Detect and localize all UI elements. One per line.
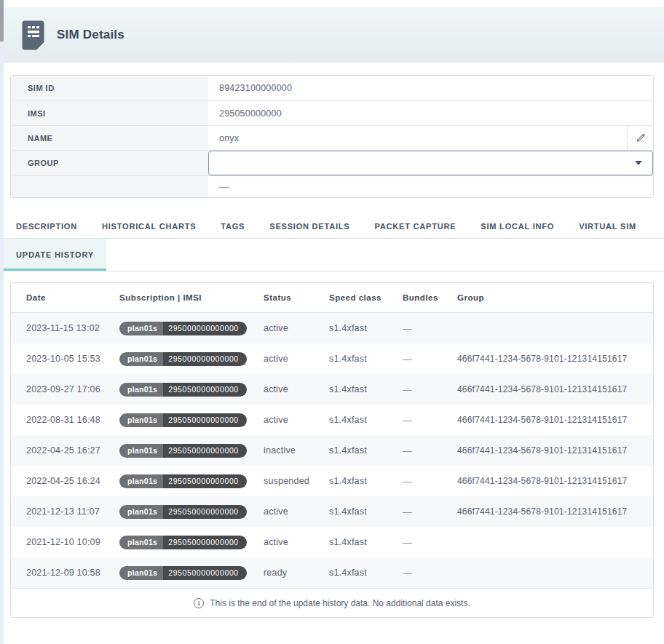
cell-bundles: — [403, 506, 457, 517]
imsi-number: 295050000000000 [163, 505, 247, 519]
left-scrollbar-thumb[interactable] [0, 0, 4, 41]
cell-speed-class: s1.4xfast [329, 415, 403, 425]
imsi-value: 295050000000 [208, 101, 653, 125]
table-body: 2023-11-15 13:02 plan01s 295000000000000… [11, 313, 653, 588]
tab-tags[interactable]: TAGS [208, 215, 257, 238]
cell-group: 466f7441-1234-5678-9101-121314151617 [457, 415, 653, 425]
tab-packet-capture[interactable]: PACKET CAPTURE [362, 215, 468, 238]
table-header-row: Date Subscription | IMSI Status Speed cl… [11, 283, 653, 313]
tab-historical-charts[interactable]: HISTORICAL CHARTS [90, 215, 208, 238]
cell-date: 2023-10-05 15:53 [26, 354, 119, 364]
group-select[interactable] [208, 151, 653, 175]
imsi-number: 295050000000000 [163, 474, 247, 488]
plan-name: plan01s [119, 413, 163, 427]
group-current-label-spacer [11, 176, 208, 197]
column-header-date: Date [26, 293, 119, 302]
cell-bundles: — [403, 537, 457, 548]
table-row: 2022-04-25 16:24 plan01s 295050000000000… [11, 466, 653, 496]
plan-name: plan01s [119, 536, 163, 549]
column-header-subscription-imsi: Subscription | IMSI [119, 293, 264, 302]
cell-date: 2021-12-13 11:07 [26, 506, 119, 517]
cell-status: active [264, 384, 329, 394]
cell-status: suspended [264, 476, 329, 486]
cell-subscription-imsi: plan01s 295050000000000 [119, 383, 264, 397]
cell-status: active [264, 415, 329, 425]
edit-name-button[interactable] [627, 126, 653, 150]
tab-sim-local-info[interactable]: SIM LOCAL INFO [468, 215, 566, 238]
table-row: 2021-12-13 11:07 plan01s 295050000000000… [11, 496, 653, 527]
sim-card-icon [22, 20, 44, 50]
cell-bundles: — [403, 568, 457, 579]
imsi-number: 295050000000000 [163, 444, 247, 458]
table-row: 2021-12-09 10:58 plan01s 295050000000000… [11, 557, 653, 588]
cell-speed-class: s1.4xfast [329, 537, 403, 547]
page-title: SIM Details [57, 28, 125, 42]
cell-bundles: — [403, 354, 457, 365]
detail-row-group-current: — [11, 175, 653, 197]
table-row: 2023-09-27 17:06 plan01s 295050000000000… [11, 374, 653, 405]
page-header: SIM Details [0, 7, 664, 63]
sim-id-label: SIM ID [11, 76, 208, 100]
column-header-group: Group [457, 293, 653, 302]
cell-speed-class: s1.4xfast [329, 323, 403, 333]
detail-row-name: NAME onyx [11, 125, 653, 150]
plan-name: plan01s [119, 474, 163, 488]
detail-row-group: GROUP [11, 150, 653, 175]
subscription-badge: plan01s 295050000000000 [119, 413, 247, 427]
tab-row-1: DESCRIPTIONHISTORICAL CHARTSTAGSSESSION … [4, 215, 664, 239]
end-of-data-message: This is the end of the update history da… [210, 598, 470, 608]
tab-update-history[interactable]: UPDATE HISTORY [4, 239, 106, 271]
cell-subscription-imsi: plan01s 295050000000000 [119, 566, 264, 580]
cell-subscription-imsi: plan01s 295000000000000 [119, 322, 264, 335]
table-row: 2021-12-10 10:09 plan01s 295050000000000… [11, 527, 653, 557]
imsi-number: 295000000000000 [163, 322, 247, 335]
column-header-bundles: Bundles [403, 293, 457, 302]
subscription-badge: plan01s 295050000000000 [119, 444, 247, 458]
cell-bundles: — [403, 323, 457, 334]
cell-subscription-imsi: plan01s 295050000000000 [119, 413, 264, 427]
cell-bundles: — [403, 384, 457, 395]
cell-speed-class: s1.4xfast [329, 354, 403, 364]
group-current-value: — [219, 181, 229, 192]
table-footer: i This is the end of the update history … [11, 588, 653, 617]
subscription-badge: plan01s 295050000000000 [119, 505, 247, 519]
cell-date: 2021-12-09 10:58 [26, 568, 119, 578]
cell-status: active [264, 323, 329, 333]
cell-bundles: — [403, 476, 457, 487]
plan-name: plan01s [119, 444, 163, 458]
cell-speed-class: s1.4xfast [329, 506, 403, 517]
cell-status: ready [264, 568, 329, 578]
cell-date: 2022-04-25 16:27 [26, 445, 119, 456]
tab-description[interactable]: DESCRIPTION [4, 215, 90, 238]
group-label: GROUP [11, 151, 208, 175]
name-value-cell: onyx [208, 126, 653, 150]
update-history-table: Date Subscription | IMSI Status Speed cl… [10, 282, 654, 618]
cell-subscription-imsi: plan01s 295000000000000 [119, 352, 264, 366]
cell-group: 466f7441-1234-5678-9101-121314151617 [457, 354, 653, 364]
info-icon: i [194, 598, 204, 608]
cell-group: 466f7441-1234-5678-9101-121314151617 [457, 506, 653, 517]
subscription-badge: plan01s 295000000000000 [119, 322, 247, 335]
subscription-badge: plan01s 295050000000000 [119, 566, 247, 580]
subscription-badge: plan01s 295050000000000 [119, 536, 247, 549]
column-header-status: Status [264, 293, 329, 302]
detail-row-sim-id: SIM ID 89423100000000 [11, 76, 653, 100]
group-value-cell [208, 151, 653, 175]
sim-details-card: SIM ID 89423100000000 IMSI 295050000000 … [10, 75, 654, 198]
tab-virtual-sim[interactable]: VIRTUAL SIM [566, 215, 649, 238]
plan-name: plan01s [119, 505, 163, 519]
caret-down-icon [635, 161, 642, 165]
imsi-number: 295050000000000 [163, 566, 247, 580]
tab-session-details[interactable]: SESSION DETAILS [257, 215, 362, 238]
cell-speed-class: s1.4xfast [329, 476, 403, 486]
tab-row-2: UPDATE HISTORY [4, 239, 664, 271]
column-header-speed-class: Speed class [329, 293, 403, 302]
detail-row-imsi: IMSI 295050000000 [11, 100, 653, 125]
table-row: 2023-10-05 15:53 plan01s 295000000000000… [11, 343, 653, 374]
left-scrollbar-track[interactable] [0, 0, 4, 644]
cell-bundles: — [403, 415, 457, 426]
cell-date: 2022-04-25 16:24 [26, 476, 119, 486]
cell-status: inactive [264, 445, 329, 456]
sim-id-value: 89423100000000 [208, 76, 653, 100]
plan-name: plan01s [119, 322, 163, 335]
